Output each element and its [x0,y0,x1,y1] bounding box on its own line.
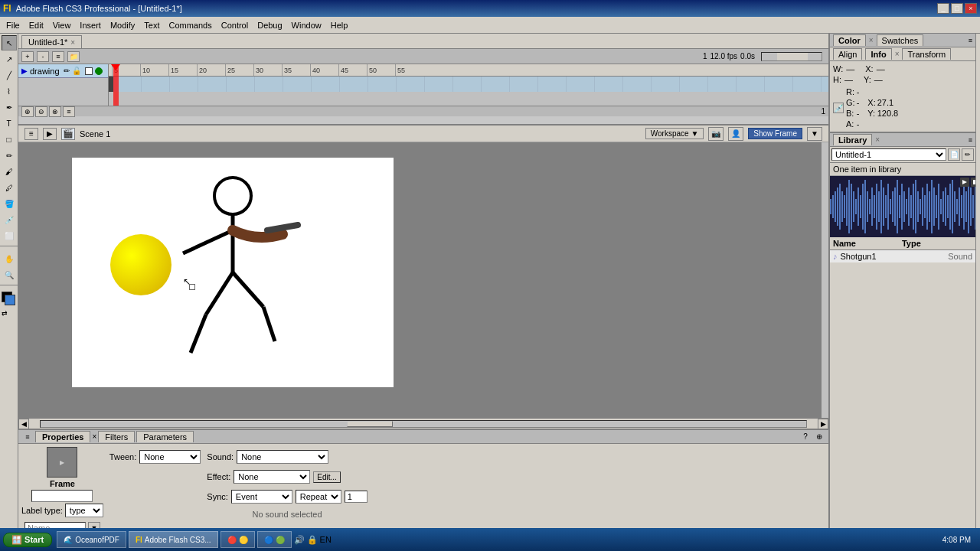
tool-select[interactable]: ↖ [2,35,17,51]
tab-filters[interactable]: Filters [98,431,135,442]
prop-help-btn[interactable]: ? [799,431,812,443]
tool-lasso[interactable]: ⌇ [2,83,17,99]
tab-info[interactable]: Info [865,48,891,60]
close-btn[interactable]: × [965,3,977,14]
tool-brush[interactable]: 🖌 [2,164,17,179]
taskbar-item-extra1[interactable]: 🔴🟡 [220,531,255,548]
tab-swatches[interactable]: Swatches [877,34,924,46]
scroll-right-btn[interactable]: ▶ [818,419,828,429]
tween-select[interactable]: None Motion Shape [139,450,201,464]
tool-zoom[interactable]: 🔍 [2,267,17,282]
doc-tab-untitled[interactable]: Untitled-1* × [21,35,82,48]
tl-btn-delete-layer[interactable]: - [37,51,49,62]
layer-edit-icon[interactable]: ✏ [64,67,70,75]
tool-rect[interactable]: □ [2,132,17,147]
repeat-count-input[interactable] [345,491,368,503]
tl-edit-marks-btn[interactable]: ≡ [63,106,75,117]
taskbar-item-oceanofpdf[interactable]: 🌊 OceanofPDF [57,531,126,548]
stroke-color[interactable] [2,292,17,305]
menu-modify[interactable]: Modify [106,19,139,31]
effect-edit-btn[interactable]: Edit... [313,471,341,483]
label-type-select[interactable]: type [65,504,103,517]
scroll-left-btn[interactable]: ◀ [18,419,29,429]
color-panel-menu-btn[interactable]: ≡ [969,37,972,44]
person-icon[interactable]: 👤 [728,127,743,141]
taskbar-lock-icon[interactable]: 🔒 [307,535,318,545]
tab-parameters[interactable]: Parameters [136,431,194,442]
stage-back-btn[interactable]: ≡ [24,128,38,140]
workspace-btn[interactable]: Workspace ▼ [645,128,704,139]
tab-align[interactable]: Align [833,48,862,60]
menu-commands[interactable]: Commands [164,19,216,31]
tab-transform[interactable]: Transform [902,48,951,60]
library-new-symbol-btn[interactable]: 📄 [948,148,960,161]
tl-btn-guide[interactable]: ≡ [52,51,64,62]
tool-inkbottle[interactable]: 🖊 [2,180,17,195]
repeat-select[interactable]: Repeat Loop [296,490,341,504]
restore-btn[interactable]: □ [951,3,963,14]
layer-lock-icon[interactable]: 🔓 [72,67,81,75]
stage-canvas[interactable]: ↖ [72,158,394,387]
frame-cells[interactable] [113,77,828,92]
menu-debug[interactable]: Debug [253,19,286,31]
stage-container[interactable]: ↖ [18,142,828,418]
library-dropdown[interactable]: Untitled-1 [831,148,946,161]
library-tab-close[interactable]: × [875,135,880,144]
menu-control[interactable]: Control [217,19,253,31]
tl-btn-folder[interactable]: 📁 [67,51,80,62]
stage-resize-handle[interactable] [821,142,828,418]
library-panel-menu-btn[interactable]: ≡ [969,136,972,144]
sound-select[interactable]: None [237,450,328,464]
stage-forward-btn[interactable]: ▶ [43,128,57,140]
info-tab-close[interactable]: × [895,50,900,58]
taskbar-item-extra2[interactable]: 🔵🟢 [257,531,292,548]
taskbar-item-flash[interactable]: Fl Adobe Flash CS3... [129,531,218,548]
tool-pencil[interactable]: ✏ [2,148,17,163]
menu-window[interactable]: Window [287,19,326,31]
scrollbar-thumb[interactable] [347,421,393,427]
prop-expand-btn[interactable]: ⊕ [813,431,825,443]
scrollbar-track[interactable] [40,420,807,428]
doc-tab-close-icon[interactable]: × [70,38,75,47]
tool-text[interactable]: T [2,116,17,131]
frame-label-input[interactable] [31,490,93,502]
menu-insert[interactable]: Insert [75,19,106,31]
tab-color[interactable]: Color [833,34,866,46]
start-button[interactable]: 🪟 Start [3,533,52,547]
sync-select[interactable]: Event Start Stop Stream [231,490,292,504]
menu-file[interactable]: File [2,19,24,31]
prop-tab-close[interactable]: × [92,432,96,441]
minimize-btn[interactable]: _ [937,3,949,14]
tl-onion-outline-btn[interactable]: ⊗ [49,106,61,117]
effect-select[interactable]: None [234,470,310,484]
tool-eraser[interactable]: ⬜ [2,228,17,243]
taskbar-lang-icon[interactable]: EN [320,535,332,544]
right-panel-resize[interactable] [975,34,980,551]
frame-area[interactable]: 5 10 15 20 25 30 35 40 45 50 55 [109,64,828,106]
show-frame-btn[interactable]: Show Frame [748,128,802,139]
swap-colors[interactable]: ⇄ [2,308,17,318]
library-item-shotgun1[interactable]: ♪ Shotgun1 Sound [830,250,975,262]
taskbar-vol-icon[interactable]: 🔊 [294,535,305,545]
tool-pen[interactable]: ✒ [2,99,17,115]
tl-add-motion-btn[interactable]: ⊕ [21,106,34,117]
tool-subselect[interactable]: ↗ [2,51,17,67]
layer-visible-icon[interactable] [85,67,93,75]
tab-library[interactable]: Library [833,134,872,145]
tab-properties[interactable]: Properties [35,431,90,442]
stage-options-btn[interactable]: ▼ [807,127,822,141]
playhead[interactable] [113,64,119,106]
color-tab-close[interactable]: × [869,36,874,44]
tool-eyedropper[interactable]: 💉 [2,212,17,227]
camera-icon[interactable]: 📷 [708,127,724,141]
menu-edit[interactable]: Edit [24,19,48,31]
menu-text[interactable]: Text [139,19,164,31]
tl-btn-new-layer[interactable]: + [21,51,34,62]
horizontal-scrollbar[interactable]: ◀ ▶ [18,418,828,429]
tl-onion-skin-btn[interactable]: ⊖ [35,106,47,117]
tool-hand[interactable]: ✋ [2,251,17,266]
tl-scrubber[interactable] [761,52,822,61]
menu-help[interactable]: Help [326,19,353,31]
menu-view[interactable]: View [48,19,76,31]
tool-line[interactable]: ╱ [2,67,17,83]
